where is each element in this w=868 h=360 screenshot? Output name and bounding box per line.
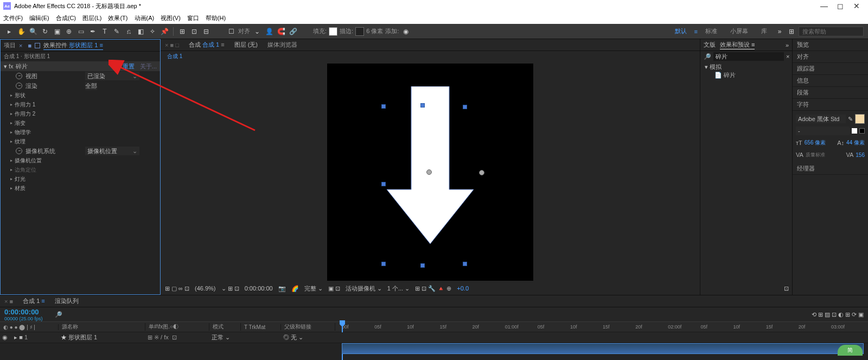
selection-handle[interactable] — [420, 263, 425, 268]
selection-tool-icon[interactable]: ▸ — [4, 27, 14, 36]
stopwatch-icon[interactable] — [16, 83, 22, 89]
add-dropdown-icon[interactable]: ◉ — [401, 27, 411, 36]
comp-canvas[interactable] — [327, 64, 533, 281]
group-force1[interactable]: 作用力 1 — [1, 100, 160, 109]
stroke-swatch[interactable] — [852, 128, 857, 134]
current-timecode[interactable]: 0:00:00:00 — [4, 308, 43, 316]
magnet-icon[interactable]: 🧲 — [276, 27, 286, 36]
composition-viewer[interactable] — [161, 62, 700, 282]
corner-badge[interactable]: 简 — [838, 345, 863, 356]
link-icon[interactable]: 🔗 — [288, 27, 298, 36]
group-camera-pos[interactable]: 摄像机位置 — [1, 156, 160, 165]
snap-checkbox[interactable]: ☐ — [226, 27, 236, 36]
font-size[interactable]: 656 像素 — [805, 139, 826, 147]
close-button[interactable]: ✕ — [848, 2, 865, 10]
section-manager[interactable]: 经理器 — [793, 163, 868, 175]
leading[interactable]: 44 像素 — [846, 139, 865, 147]
roto-tool-icon[interactable]: ✧ — [148, 27, 157, 36]
type-tool-icon[interactable]: T — [100, 27, 110, 36]
anchor-point-icon[interactable] — [426, 169, 432, 175]
stopwatch-icon[interactable] — [16, 148, 22, 154]
effect-controls-tab[interactable]: 效果控件 形状图层 1 ≡ — [43, 41, 103, 50]
camera-system-dropdown[interactable]: 摄像机位置 — [85, 147, 139, 155]
group-texture[interactable]: 纹理 — [1, 137, 160, 146]
tracking-value[interactable]: 质量标准 — [806, 151, 825, 159]
group-physics[interactable]: 物理学 — [1, 128, 160, 137]
effect-header[interactable]: ▾ fx 碎片 重置 关于... — [1, 61, 160, 71]
hand-tool-icon[interactable]: ✋ — [16, 27, 26, 36]
layer-tab[interactable]: 图层 (无) — [234, 41, 258, 49]
search-icon[interactable]: 🔎 — [55, 311, 62, 318]
menu-composition[interactable]: 合成(C) — [56, 14, 76, 22]
camera-tool-icon[interactable]: ▣ — [52, 27, 62, 36]
selection-handle[interactable] — [381, 182, 386, 186]
section-tracker[interactable]: 跟踪器 — [793, 63, 868, 75]
font-style-dropdown[interactable]: - — [796, 127, 850, 135]
project-tab[interactable]: 项目 — [4, 41, 16, 49]
comp-breadcrumb[interactable]: 合成 1 — [161, 51, 700, 62]
group-force2[interactable]: 作用力 2 — [1, 109, 160, 118]
clone-tool-icon[interactable]: ⎌ — [124, 27, 133, 36]
layer-duration-bar[interactable] — [342, 343, 864, 354]
tl-tool-icon[interactable]: ⟲ ⊞ ▨ ⊡ ◐ ⊞ ⟳ ▣ — [812, 311, 864, 318]
text-color-swatch[interactable] — [855, 114, 865, 124]
chevron-down-icon[interactable]: ⌄ — [252, 27, 262, 36]
selection-handle[interactable] — [420, 103, 425, 108]
guide-icon[interactable]: ⊟ — [201, 27, 211, 36]
workspace-small[interactable]: 小屏幕 — [725, 26, 754, 36]
stopwatch-icon[interactable] — [16, 73, 22, 79]
menu-view[interactable]: 视图(V) — [161, 14, 181, 22]
group-corner[interactable]: 边角定位 — [1, 165, 160, 174]
group-material[interactable]: 材质 — [1, 184, 160, 193]
fill-swatch[interactable] — [329, 27, 337, 36]
section-preview[interactable]: 预览 — [793, 39, 868, 51]
effects-search-input[interactable] — [713, 52, 784, 61]
mode-dropdown[interactable]: 正常 — [212, 334, 224, 340]
fill-swatch[interactable] — [859, 128, 865, 134]
group-light[interactable]: 灯光 — [1, 174, 160, 184]
rotate-tool-icon[interactable]: ↻ — [40, 27, 50, 36]
kerning[interactable]: 156 — [856, 152, 865, 158]
selection-handle[interactable] — [381, 104, 386, 109]
effect-about[interactable]: 关于... — [140, 62, 157, 71]
exposure-value[interactable]: +0.0 — [457, 285, 469, 292]
selection-handle[interactable] — [479, 170, 484, 175]
timeline-comp-tab[interactable]: 合成 1 ≡ — [23, 297, 45, 305]
display-icon[interactable]: ⊞ ▢ ∞ ⊡ — [165, 285, 189, 292]
camera-dropdown[interactable]: 活动摄像机 ⌄ — [346, 285, 382, 293]
trash-icon[interactable]: ⊡ — [784, 285, 789, 294]
media-browser-tab[interactable]: 媒体浏览器 — [267, 41, 297, 49]
col-mode[interactable]: 模式 — [209, 323, 241, 331]
render-value[interactable]: 全部 — [85, 82, 97, 90]
menu-file[interactable]: 文件(F) — [3, 14, 23, 22]
col-trkmat[interactable]: T TrkMat — [241, 324, 281, 330]
selection-handle[interactable] — [463, 262, 467, 266]
timecode[interactable]: 0:00:00:00 — [245, 285, 273, 292]
col-parent[interactable]: 父级和链接 — [281, 323, 335, 331]
panbehind-tool-icon[interactable]: ⊕ — [64, 27, 74, 36]
clear-icon[interactable]: × — [786, 53, 789, 60]
views-dropdown[interactable]: 1 个... ⌄ — [387, 285, 410, 293]
menu-layer[interactable]: 图层(L) — [82, 14, 101, 22]
section-character[interactable]: 字符 — [793, 99, 868, 111]
section-paragraph[interactable]: 段落 — [793, 87, 868, 99]
eraser-tool-icon[interactable]: ◧ — [136, 27, 145, 36]
grid-icon[interactable]: ⊞ — [177, 27, 187, 36]
workspace-standard[interactable]: 标准 — [700, 26, 723, 36]
minimize-button[interactable]: — — [816, 2, 832, 10]
brush-tool-icon[interactable]: ✎ — [112, 27, 122, 36]
group-shape[interactable]: 形状 — [1, 91, 160, 100]
section-info[interactable]: 信息 — [793, 75, 868, 87]
workspace-panel-icon[interactable]: ⊞ — [787, 27, 796, 36]
resolution-dropdown[interactable]: 完整 ⌄ — [304, 285, 323, 293]
zoom-value[interactable]: (46.9%) — [195, 285, 216, 292]
stroke-swatch[interactable] — [355, 27, 364, 36]
menu-edit[interactable]: 编辑(E) — [29, 14, 49, 22]
tree-item-shatter[interactable]: 📄 碎片 — [705, 71, 788, 79]
rect-tool-icon[interactable]: ▭ — [76, 27, 86, 36]
stroke-width[interactable]: 6 像素 — [366, 27, 383, 35]
channel-icon[interactable]: 🌈 — [291, 285, 299, 292]
puppet-tool-icon[interactable]: 📌 — [159, 27, 169, 36]
help-search-input[interactable] — [799, 27, 864, 36]
effect-reset[interactable]: 重置 — [123, 62, 135, 71]
